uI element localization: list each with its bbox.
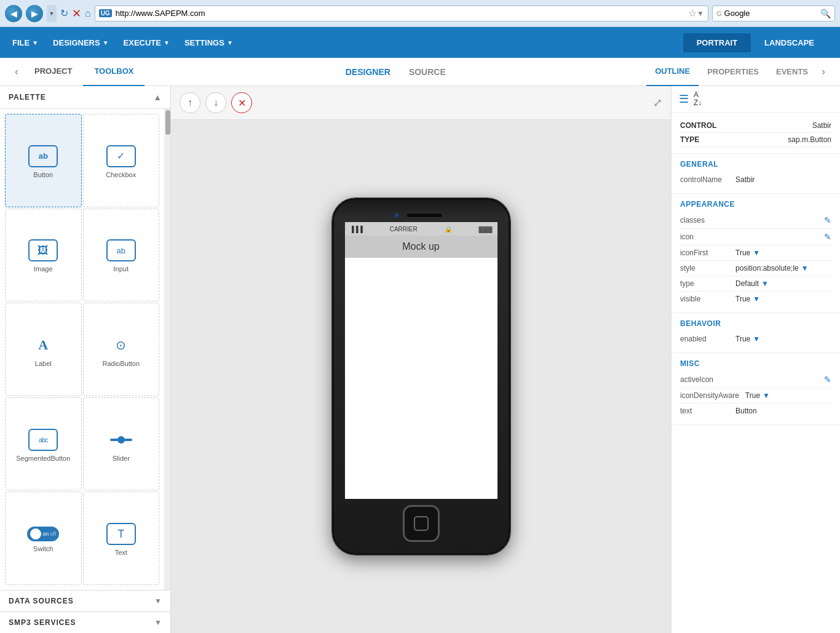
data-sources-section[interactable]: DATA SOURCES ▼ <box>0 590 170 611</box>
tab-designer[interactable]: DESIGNER <box>346 67 390 77</box>
main-layout: PALETTE ▲ ab Button ✓ Checkbox 🖼 Image <box>0 86 840 633</box>
search-submit-icon[interactable]: 🔍 <box>820 9 831 18</box>
iconfirst-dropdown-arrow[interactable]: ▼ <box>753 249 760 257</box>
phone-home-button[interactable] <box>403 505 440 542</box>
style-row: style position:absolute;le ▼ <box>680 261 831 276</box>
icon-edit-icon[interactable]: ✎ <box>824 232 831 242</box>
phone-speaker <box>406 213 443 218</box>
palette-item-label[interactable]: A Label <box>5 303 82 396</box>
toolbar-buttons: ↑ ↓ ✕ <box>180 92 252 113</box>
enabled-dropdown-arrow[interactable]: ▼ <box>753 335 760 343</box>
move-down-button[interactable]: ↓ <box>205 92 226 113</box>
palette-label-image: Image <box>34 265 53 273</box>
palette-item-button[interactable]: ab Button <box>5 114 82 207</box>
phone-home-square <box>414 516 429 531</box>
text-icon: T <box>106 523 136 545</box>
phone-top <box>345 212 497 218</box>
palette-label-text: Text <box>115 549 127 556</box>
palette-item-image[interactable]: 🖼 Image <box>5 209 82 302</box>
palette-scrollbar[interactable] <box>164 109 170 590</box>
tab-project[interactable]: PROJECT <box>23 58 83 86</box>
button-icon: ab <box>28 145 58 167</box>
refresh-button[interactable]: ↻ <box>60 7 68 19</box>
tab-toolbox[interactable]: TOOLBOX <box>83 58 145 86</box>
palette-item-slider[interactable]: Slider <box>83 397 160 491</box>
menu-settings[interactable]: SETTINGS ▼ <box>184 38 233 47</box>
classes-edit-icon[interactable]: ✎ <box>824 215 831 225</box>
palette-label-input: Input <box>114 265 129 273</box>
icondensityaware-row: iconDensityAware True ▼ <box>680 388 831 404</box>
controlname-value: Satbir <box>729 175 831 184</box>
browser-bar: ◀ ▶ ▼ ↻ ✕ ⌂ UG http://www.SAPEPM.com ☆ ▼… <box>0 0 840 27</box>
tab-outline[interactable]: OUTLINE <box>646 58 699 86</box>
phone-content[interactable] <box>345 258 497 499</box>
misc-title: MISC <box>680 359 831 368</box>
classes-label: classes <box>680 216 729 225</box>
activeicon-edit-icon[interactable]: ✎ <box>824 375 831 384</box>
back-button[interactable]: ◀ <box>5 5 22 22</box>
nav-next-arrow[interactable]: › <box>817 65 830 78</box>
visible-row: visible True ▼ <box>680 292 831 306</box>
icondensityaware-dropdown-arrow[interactable]: ▼ <box>763 391 770 400</box>
switch-icon: on off <box>27 527 59 541</box>
menu-designers[interactable]: DESIGNERS ▼ <box>53 38 108 47</box>
style-dropdown-arrow[interactable]: ▼ <box>801 264 809 273</box>
visible-dropdown-arrow[interactable]: ▼ <box>753 295 760 303</box>
menu-execute[interactable]: EXECUTE ▼ <box>124 38 170 47</box>
type-prop-value: Default ▼ <box>729 279 831 288</box>
palette-collapse-button[interactable]: ▲ <box>153 92 162 102</box>
secondary-nav: ‹ PROJECT TOOLBOX DESIGNER SOURCE OUTLIN… <box>0 58 840 86</box>
iconfirst-label: iconFirst <box>680 249 729 257</box>
smp3-services-title: SMP3 SERVICES <box>9 618 76 627</box>
app-header: FILE ▼ DESIGNERS ▼ EXECUTE ▼ SETTINGS ▼ … <box>0 27 840 58</box>
center-toolbar: ↑ ↓ ✕ ⤢ <box>171 86 671 120</box>
tab-events[interactable]: EVENTS <box>767 58 817 86</box>
palette-label-checkbox: Checkbox <box>106 171 136 178</box>
phone-screen[interactable]: ▐▐▐ CARRIER 🔒 ▓▓▓ Mock up <box>345 222 497 499</box>
stop-button[interactable]: ✕ <box>72 7 81 20</box>
nav-prev-arrow[interactable]: ‹ <box>10 65 23 78</box>
palette-item-input[interactable]: ab Input <box>83 209 160 302</box>
menu-file[interactable]: FILE ▼ <box>12 38 38 47</box>
forward-button[interactable]: ▶ <box>26 5 43 22</box>
type-prop-dropdown-arrow[interactable]: ▼ <box>761 279 769 288</box>
phone-signal: ▐▐▐ <box>350 226 363 233</box>
landscape-button[interactable]: LANDSCAPE <box>751 33 828 52</box>
palette-item-segmented[interactable]: abc SegmentedButton <box>5 397 82 491</box>
nav-dropdown[interactable]: ▼ <box>47 5 57 22</box>
palette-item-text[interactable]: T Text <box>83 492 160 585</box>
icondensityaware-value: True ▼ <box>739 391 831 400</box>
label-icon: A <box>28 334 58 356</box>
checkbox-icon: ✓ <box>106 145 136 167</box>
expand-controls: ⤢ <box>653 96 662 109</box>
text-label: text <box>680 407 729 415</box>
home-button[interactable]: ⌂ <box>85 8 91 19</box>
palette-item-radiobutton[interactable]: ⊙ RadioButton <box>83 303 160 396</box>
enabled-value: True ▼ <box>729 335 831 343</box>
phone-carrier: CARRIER <box>390 226 418 233</box>
portrait-button[interactable]: PORTRAIT <box>683 33 751 52</box>
enabled-label: enabled <box>680 335 729 343</box>
tab-properties[interactable]: PROPERTIES <box>699 58 767 86</box>
type-label: TYPE <box>680 135 699 144</box>
appearance-section: APPEARANCE classes ✎ icon ✎ iconFirst Tr… <box>672 194 840 313</box>
address-bar[interactable]: UG http://www.SAPEPM.com ☆ ▼ <box>95 6 708 22</box>
sort-az-icon[interactable]: A Z↓ <box>694 91 702 107</box>
iconfirst-row: iconFirst True ▼ <box>680 245 831 261</box>
move-up-button[interactable]: ↑ <box>180 92 200 113</box>
palette-label-segmented: SegmentedButton <box>16 455 70 462</box>
dropdown-icon[interactable]: ▼ <box>697 9 704 18</box>
palette-item-switch[interactable]: on off Switch <box>5 492 82 585</box>
expand-icon[interactable]: ⤢ <box>653 96 662 109</box>
smp3-services-section[interactable]: SMP3 SERVICES ▼ <box>0 611 170 633</box>
bookmark-icon[interactable]: ☆ <box>688 7 697 19</box>
control-label: CONTROL <box>680 121 716 130</box>
behavior-title: BEHAVOIR <box>680 319 831 328</box>
list-view-icon[interactable]: ☰ <box>679 92 689 106</box>
data-sources-title: DATA SOURCES <box>9 597 74 605</box>
tab-source[interactable]: SOURCE <box>409 67 446 77</box>
data-sources-arrow: ▼ <box>154 597 162 605</box>
delete-button[interactable]: ✕ <box>231 92 252 113</box>
search-bar[interactable]: G Google 🔍 <box>712 6 835 22</box>
palette-item-checkbox[interactable]: ✓ Checkbox <box>83 114 160 207</box>
